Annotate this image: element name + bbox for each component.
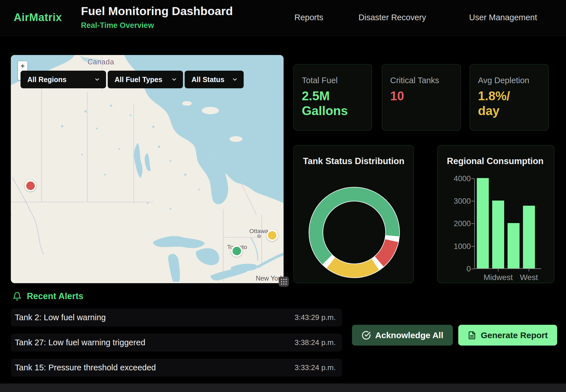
alert-row-1[interactable]: Tank 2: Low fuel warning 3:43:29 p.m. [11, 309, 342, 326]
x-tick-label: Midwest [484, 273, 513, 282]
stat-label: Critical Tanks [390, 76, 453, 85]
bar-plot-frame: MidwestWest01000200030004000 [474, 179, 541, 269]
bell-icon [13, 291, 22, 301]
y-axis-tick [471, 269, 474, 269]
acknowledge-all-label: Acknowledge All [375, 330, 443, 340]
stat-label: Avg Depletion [478, 76, 540, 85]
region-filter-value: All Regions [27, 75, 67, 84]
map-panel: Canada Ottawa Toronto New York + − All R… [11, 55, 284, 283]
alert-row-3[interactable]: Tank 15: Pressure threshold exceeded 3:3… [11, 359, 342, 377]
page-subtitle: Real-Time Overview [81, 21, 154, 30]
map-canvas[interactable]: Canada Ottawa Toronto New York + − All R… [11, 55, 284, 283]
bar-2 [508, 223, 520, 268]
acknowledge-all-button[interactable]: Acknowledge All [352, 325, 453, 346]
y-axis-tick [471, 178, 474, 179]
recent-alerts-title: Recent Alerts [27, 291, 84, 301]
alert-message: Tank 2: Low fuel warning [15, 313, 106, 322]
bar-1 [492, 201, 504, 268]
donut-hole [323, 201, 386, 264]
file-text-icon [468, 331, 476, 340]
stat-value-critical-tanks: 10 [390, 89, 453, 103]
generate-report-button[interactable]: Generate Report [458, 325, 557, 346]
bottom-strip [0, 383, 566, 392]
bar-3 [523, 206, 535, 268]
alert-timestamp: 3:43:29 p.m. [294, 313, 336, 322]
x-axis-tick [498, 269, 498, 271]
y-axis-tick [471, 201, 474, 201]
alert-timestamp: 3:33:24 p.m. [294, 363, 336, 372]
map-marker-yellow[interactable] [266, 230, 278, 241]
nav-reports[interactable]: Reports [294, 13, 323, 22]
y-tick-label: 2000 [446, 219, 471, 228]
y-axis-tick [471, 246, 474, 247]
resize-grip-handle[interactable] [279, 277, 289, 287]
zoom-in-button[interactable]: + [18, 61, 27, 71]
x-axis-tick [529, 269, 529, 271]
y-axis-tick [471, 223, 474, 224]
nav-disaster-recovery[interactable]: Disaster Recovery [359, 13, 426, 22]
map-label-ottawa: Ottawa [249, 228, 268, 234]
chevron-down-icon [232, 76, 238, 83]
region-filter-dropdown[interactable]: All Regions [21, 71, 106, 88]
header: AirMatrix Fuel Monitoring Dashboard Real… [0, 0, 566, 36]
map-marker-green[interactable] [231, 245, 243, 257]
y-tick-label: 0 [446, 265, 471, 273]
y-tick-label: 1000 [446, 242, 471, 251]
y-tick-label: 3000 [446, 197, 471, 206]
check-circle-icon [362, 331, 371, 340]
nav-user-management[interactable]: User Management [469, 13, 537, 22]
regional-consumption-panel: Regional Consumption MidwestWest01000200… [437, 145, 554, 283]
dashboard-root: AirMatrix Fuel Monitoring Dashboard Real… [0, 0, 566, 392]
tank-status-title: Tank Status Distribution [303, 156, 404, 166]
alert-row-2[interactable]: Tank 27: Low fuel warning triggered 3:38… [11, 334, 342, 352]
alert-message: Tank 27: Low fuel warning triggered [15, 338, 145, 347]
map-marker-red[interactable] [25, 180, 36, 191]
fuel-type-filter-dropdown[interactable]: All Fuel Types [108, 71, 183, 88]
page-title: Fuel Monitoring Dashboard [81, 5, 233, 18]
alert-message: Tank 15: Pressure threshold exceeded [15, 363, 156, 372]
fuel-type-filter-value: All Fuel Types [115, 75, 162, 84]
y-tick-label: 4000 [446, 174, 471, 183]
stat-card-total-fuel: Total Fuel 2.5M Gallons [294, 64, 372, 130]
status-filter-dropdown[interactable]: All Status [185, 71, 244, 88]
x-tick-label: West [520, 273, 538, 282]
brand-logo: AirMatrix [14, 11, 62, 24]
generate-report-label: Generate Report [481, 330, 548, 340]
stat-value-total-fuel: 2.5M Gallons [302, 89, 355, 118]
tank-status-panel: Tank Status Distribution [294, 145, 414, 283]
stat-value-avg-depletion: 1.8%/day [478, 89, 517, 118]
regional-consumption-title: Regional Consumption [447, 156, 543, 166]
capital-city-icon [257, 234, 261, 238]
recent-alerts-header: Recent Alerts [13, 291, 84, 301]
chevron-down-icon [94, 76, 100, 83]
map-label-canada: Canada [87, 58, 114, 66]
tank-status-donut-chart [309, 187, 400, 278]
bar-0 [477, 178, 489, 268]
chevron-down-icon [171, 76, 177, 83]
stat-card-critical-tanks: Critical Tanks 10 [382, 64, 461, 130]
stat-card-avg-depletion: Avg Depletion 1.8%/day [470, 64, 549, 130]
status-filter-value: All Status [192, 75, 224, 84]
stat-label: Total Fuel [302, 76, 364, 85]
map-filters: All Regions All Fuel Types All Status [21, 71, 244, 88]
alert-timestamp: 3:38:24 p.m. [294, 338, 336, 347]
